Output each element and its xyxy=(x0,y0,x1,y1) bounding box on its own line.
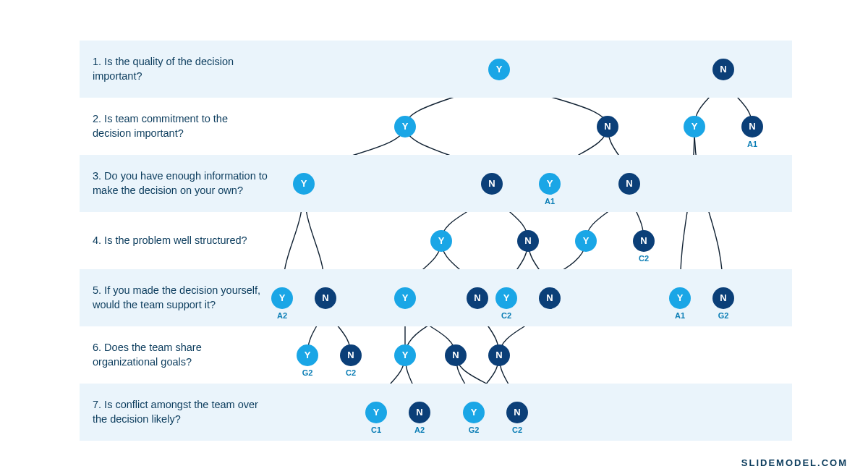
question-row: 7. Is conflict amongst the team over the… xyxy=(80,384,792,441)
yes-node: Y xyxy=(684,116,705,137)
no-node: N xyxy=(467,287,488,309)
question-text: 6. Does the team share organizational go… xyxy=(80,341,268,369)
no-node: N xyxy=(488,344,510,366)
question-row: 6. Does the team share organizational go… xyxy=(80,326,792,384)
outcome-label: A1 xyxy=(545,197,555,206)
question-text: 4. Is the problem well structured? xyxy=(80,234,247,248)
question-text: 1. Is the quality of the decision import… xyxy=(80,55,268,83)
yes-node: Y xyxy=(394,287,416,309)
outcome-label: C1 xyxy=(371,426,381,434)
no-node: N xyxy=(539,287,561,309)
question-text: 5. If you made the decision yourself, wo… xyxy=(80,284,268,312)
yes-node: Y xyxy=(539,173,561,195)
yes-node: Y xyxy=(575,230,597,252)
question-row: 1. Is the quality of the decision import… xyxy=(80,41,792,98)
no-node: N xyxy=(633,230,655,252)
outcome-label: C2 xyxy=(639,254,649,263)
yes-node: Y xyxy=(495,287,517,309)
outcome-label: G2 xyxy=(302,368,313,377)
yes-node: Y xyxy=(271,287,293,309)
brand-footer: SLIDEMODEL.COM xyxy=(741,457,848,468)
no-node: N xyxy=(481,173,503,195)
question-row: 3. Do you have enough information to mak… xyxy=(80,155,792,212)
outcome-label: C2 xyxy=(501,311,511,320)
no-node: N xyxy=(618,173,640,195)
outcome-label: C2 xyxy=(346,368,356,377)
yes-node: Y xyxy=(297,344,318,366)
outcome-label: G2 xyxy=(469,426,480,434)
no-node: N xyxy=(409,402,430,423)
yes-node: Y xyxy=(430,230,452,252)
yes-node: Y xyxy=(365,402,387,423)
yes-node: Y xyxy=(293,173,315,195)
yes-node: Y xyxy=(394,344,416,366)
outcome-label: G2 xyxy=(718,311,729,320)
no-node: N xyxy=(712,59,734,80)
outcome-label: A1 xyxy=(675,311,685,320)
outcome-label: C2 xyxy=(512,426,522,434)
outcome-label: A2 xyxy=(414,426,425,434)
outcome-label: A1 xyxy=(747,140,757,148)
no-node: N xyxy=(315,287,336,309)
question-text: 3. Do you have enough information to mak… xyxy=(80,169,268,198)
no-node: N xyxy=(712,287,734,309)
no-node: N xyxy=(597,116,618,137)
yes-node: Y xyxy=(488,59,510,80)
question-text: 2. Is team commitment to the decision im… xyxy=(80,112,268,140)
yes-node: Y xyxy=(394,116,416,137)
no-node: N xyxy=(506,402,528,423)
yes-node: Y xyxy=(463,402,485,423)
no-node: N xyxy=(741,116,763,137)
question-text: 7. Is conflict amongst the team over the… xyxy=(80,398,268,426)
no-node: N xyxy=(340,344,362,366)
no-node: N xyxy=(517,230,539,252)
diagram-canvas: 1. Is the quality of the decision import… xyxy=(0,0,868,474)
decision-tree-panel: 1. Is the quality of the decision import… xyxy=(80,41,792,441)
no-node: N xyxy=(445,344,467,366)
yes-node: Y xyxy=(669,287,691,309)
outcome-label: A2 xyxy=(277,311,287,320)
